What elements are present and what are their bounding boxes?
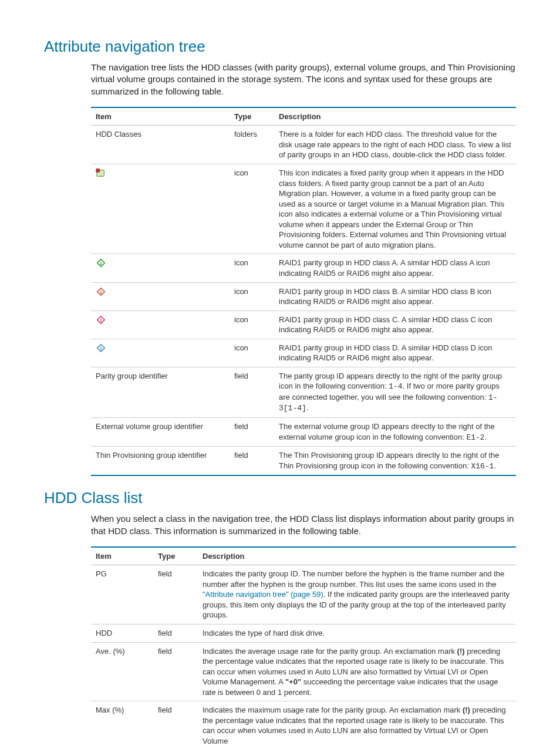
cell-item: 1: [91, 339, 230, 367]
svg-text:1: 1: [100, 345, 102, 350]
raid-class-c-icon: 1: [96, 315, 106, 325]
cell-desc: RAID1 parity group in HDD class C. A sim…: [274, 310, 516, 339]
table1-header-desc: Description: [274, 107, 516, 126]
cell-type: icon: [230, 310, 274, 339]
svg-text:1: 1: [100, 289, 102, 294]
cell-item: HDD: [91, 625, 153, 643]
cell-type: icon: [230, 254, 274, 282]
table1-header-item: Item: [91, 107, 230, 126]
table-row: HDDfieldIndicates the type of hard disk …: [91, 625, 516, 643]
cell-desc: The Thin Provisioning group ID appears d…: [274, 447, 516, 476]
cell-type: field: [230, 367, 274, 417]
table2-header-desc: Description: [198, 547, 516, 565]
table-row: Thin Provisioning group identifierfieldT…: [91, 447, 516, 476]
cell-type: field: [230, 447, 274, 476]
svg-text:1: 1: [100, 261, 102, 266]
raid-class-b-icon: 1: [96, 286, 106, 297]
cell-desc: Indicates the type of hard disk drive.: [198, 625, 516, 643]
cell-item: HDD Classes: [91, 126, 230, 164]
attribute-nav-table: Item Type Description HDD Classesfolders…: [91, 107, 516, 476]
table-row: External volume group identifierfieldThe…: [91, 417, 516, 446]
cell-item: Thin Provisioning group identifier: [91, 447, 230, 476]
table-row: Parity group identifierfieldThe parity g…: [91, 367, 516, 417]
cell-type: field: [153, 701, 198, 746]
cell-item: Ave. (%): [91, 642, 153, 701]
cell-desc: The parity group ID appears directly to …: [274, 367, 516, 417]
table2-header-item: Item: [91, 547, 153, 565]
cell-desc: RAID1 parity group in HDD class A. A sim…: [274, 254, 516, 282]
cell-item: Max (%): [91, 701, 153, 746]
cell-desc: Indicates the parity group ID. The numbe…: [198, 565, 516, 625]
cell-type: folders: [230, 126, 274, 164]
section1-intro: The navigation tree lists the HDD classe…: [91, 62, 516, 97]
cell-type: icon: [230, 164, 274, 254]
cell-type: field: [230, 417, 274, 446]
cell-item: Parity group identifier: [91, 367, 230, 417]
table-row: HDD ClassesfoldersThere is a folder for …: [91, 126, 516, 164]
cell-type: field: [153, 625, 198, 643]
cell-item: PG: [91, 565, 153, 625]
raid-class-d-icon: 1: [96, 343, 106, 353]
cell-desc: RAID1 parity group in HDD class B. A sim…: [274, 282, 516, 310]
cell-item: 1: [91, 282, 230, 310]
table1-header-type: Type: [230, 107, 274, 126]
table-row: 1 iconRAID1 parity group in HDD class C.…: [91, 310, 516, 339]
cell-desc: Indicates the average usage rate for the…: [198, 642, 516, 701]
cell-desc: The external volume group ID appears dir…: [274, 417, 516, 446]
fixed-parity-icon: [96, 168, 106, 178]
table-row: iconThis icon indicates a fixed parity g…: [91, 164, 516, 254]
cell-desc: There is a folder for each HDD class. Th…: [274, 126, 516, 164]
section2-intro: When you select a class in the navigatio…: [91, 513, 516, 537]
raid-class-a-icon: 1: [96, 258, 106, 268]
hdd-class-table: Item Type Description PGfieldIndicates t…: [91, 546, 516, 746]
cell-item: 1: [91, 254, 230, 282]
cell-desc: This icon indicates a fixed parity group…: [274, 164, 516, 254]
cell-type: icon: [230, 282, 274, 310]
table-row: PGfieldIndicates the parity group ID. Th…: [91, 565, 516, 625]
table2-header-type: Type: [153, 547, 198, 565]
svg-text:1: 1: [100, 317, 102, 322]
table-row: 1 iconRAID1 parity group in HDD class D.…: [91, 339, 516, 367]
svg-rect-1: [96, 169, 99, 172]
cell-item: [91, 164, 230, 254]
cell-type: field: [153, 642, 198, 701]
cell-type: icon: [230, 339, 274, 367]
table-row: Max (%)fieldIndicates the maximum usage …: [91, 701, 516, 746]
cell-desc: Indicates the maximum usage rate for the…: [198, 701, 516, 746]
cell-item: External volume group identifier: [91, 417, 230, 446]
cell-type: field: [153, 565, 198, 625]
cell-item: 1: [91, 310, 230, 339]
section-heading-attribute-nav: Attribute navigation tree: [44, 36, 516, 57]
table-row: 1 iconRAID1 parity group in HDD class A.…: [91, 254, 516, 282]
table-row: 1 iconRAID1 parity group in HDD class B.…: [91, 282, 516, 310]
section-heading-hdd-class: HDD Class list: [44, 488, 516, 508]
table-row: Ave. (%)fieldIndicates the average usage…: [91, 642, 516, 701]
cell-desc: RAID1 parity group in HDD class D. A sim…: [274, 339, 516, 367]
